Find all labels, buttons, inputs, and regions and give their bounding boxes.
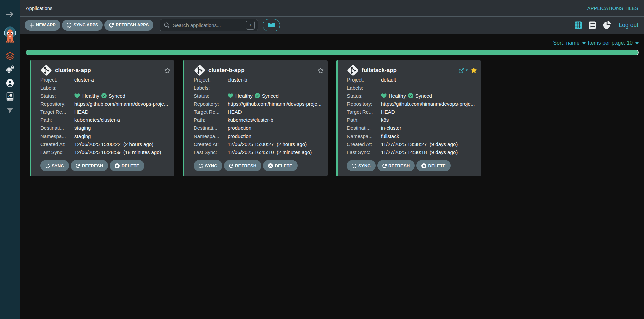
refresh-apps-button[interactable]: REFRESH APPS	[104, 20, 153, 31]
argocd-logo[interactable]	[3, 26, 17, 44]
field-label: Path:	[40, 117, 74, 123]
app-name[interactable]: fullstack-app	[362, 67, 397, 74]
field-value: production	[228, 133, 251, 139]
external-links[interactable]	[459, 68, 468, 73]
card-field-row: Labels:	[194, 84, 324, 92]
card-field-row: Path:kubernetes/cluster-b	[194, 116, 324, 124]
app-name[interactable]: cluster-a-app	[55, 67, 91, 74]
sync-app-button[interactable]: SYNC	[347, 160, 376, 171]
field-label: Project:	[194, 77, 228, 83]
sync-icon	[199, 164, 203, 168]
field-label: Labels:	[40, 85, 74, 91]
delete-app-button[interactable]: DELETE	[416, 160, 450, 171]
sidebar-item-user[interactable]	[6, 79, 14, 87]
top-bar: Applications APPLICATIONS TILES NEW APP …	[20, 0, 644, 34]
card-field-row: Created At:12/06/2025 15:00:27 (2 hours …	[194, 140, 324, 148]
new-app-button[interactable]: NEW APP	[25, 20, 60, 31]
field-label: Repository:	[40, 101, 74, 107]
sync-app-button[interactable]: SYNC	[40, 160, 69, 171]
app-name[interactable]: cluster-b-app	[208, 67, 245, 74]
field-label: Namespa...	[347, 133, 381, 139]
sort-dropdown[interactable]: Sort: name	[553, 40, 579, 46]
delete-app-button[interactable]: DELETE	[110, 160, 144, 171]
search-icon	[164, 22, 170, 28]
card-field-row: Created At:12/06/2025 15:00:22 (2 hours …	[40, 140, 171, 148]
logout-link[interactable]: Log out	[619, 22, 638, 29]
list-view-button[interactable]	[589, 21, 596, 29]
expand-sidebar-icon[interactable]	[6, 11, 14, 17]
list-utils-row: Sort: name Items per page: 10	[26, 34, 641, 50]
tiles-view-button[interactable]	[575, 21, 582, 29]
filter-icon	[7, 108, 13, 113]
card-field-row: Target Re...HEAD	[194, 108, 324, 116]
application-card[interactable]: fullstack-app Project:defaultLabels:Stat…	[336, 60, 481, 176]
sync-status: Synced	[262, 93, 279, 99]
field-label: Project:	[40, 77, 74, 83]
refresh-app-button[interactable]: REFRESH	[377, 160, 415, 171]
favorite-star-icon[interactable]	[317, 67, 324, 74]
git-icon	[40, 64, 52, 76]
card-field-row: Project:cluster-a	[40, 75, 171, 84]
health-status: Healthy	[235, 93, 253, 99]
field-value: cluster-a	[74, 77, 94, 83]
card-field-row: Last Sync:11/27/2025 14:30:18 (9 days ag…	[347, 148, 477, 156]
sidebar-item-filter[interactable]	[7, 108, 13, 113]
application-card[interactable]: cluster-a-app Project:cluster-aLabels:St…	[30, 60, 174, 176]
apps-health-summary-bar	[26, 50, 639, 55]
search-input[interactable]	[173, 22, 246, 28]
health-bar-toggle[interactable]	[263, 19, 280, 31]
field-label: Status:	[194, 93, 228, 99]
search-box[interactable]: /	[160, 19, 258, 31]
sync-app-button[interactable]: SYNC	[194, 160, 222, 171]
application-card[interactable]: cluster-b-app Project:cluster-bLabels:St…	[183, 60, 328, 176]
sync-apps-button[interactable]: SYNC APPS	[62, 20, 103, 31]
items-per-page-dropdown[interactable]: Items per page: 10	[588, 40, 633, 46]
user-icon	[6, 79, 14, 87]
field-label: Status:	[40, 93, 74, 99]
field-value: 12/06/2025 16:28:59 (18 minutes ago)	[74, 149, 161, 155]
card-field-row: Target Re...HEAD	[347, 108, 477, 116]
pie-chart-icon	[603, 21, 611, 30]
view-mode-label: APPLICATIONS TILES	[587, 6, 638, 11]
field-value: staging	[74, 133, 91, 139]
favorite-star-icon[interactable]	[164, 67, 171, 74]
health-status: Healthy	[389, 93, 406, 99]
card-field-row: Last Sync:12/06/2025 16:45:10 (2 minutes…	[194, 148, 324, 156]
layers-icon	[6, 52, 14, 61]
field-label: Namespa...	[194, 133, 228, 139]
field-value: default	[381, 77, 396, 83]
sidebar-item-applications[interactable]	[6, 52, 14, 61]
external-link-icon	[459, 68, 464, 73]
heart-healthy-icon	[228, 93, 233, 98]
summary-view-button[interactable]	[603, 21, 611, 30]
field-value: https://github.com/himanm/devops-proje..…	[228, 101, 321, 107]
field-label: Status:	[347, 93, 381, 99]
gears-icon	[6, 65, 15, 74]
field-label: Destinati...	[40, 125, 74, 131]
refresh-app-button[interactable]: REFRESH	[224, 160, 262, 171]
list-icon	[589, 21, 596, 29]
synced-check-icon	[255, 93, 260, 98]
sidebar-item-docs[interactable]: ?	[7, 92, 14, 101]
card-field-row: Namespa...production	[194, 132, 324, 140]
sidebar-item-settings[interactable]	[6, 65, 15, 74]
plus-icon	[30, 23, 34, 28]
field-label: Repository:	[347, 101, 381, 107]
caret-down-icon	[582, 42, 586, 45]
card-field-row: Project:cluster-b	[194, 75, 324, 84]
favorite-star-icon-active[interactable]	[470, 67, 477, 74]
refresh-app-button[interactable]: REFRESH	[71, 160, 108, 171]
card-field-row: Namespa...fullstack	[347, 132, 477, 140]
field-label: Created At:	[347, 141, 381, 147]
field-value: kubernetes/cluster-b	[228, 117, 273, 123]
sync-icon	[67, 23, 72, 28]
caret-down-icon	[635, 42, 639, 45]
field-label: Path:	[347, 117, 381, 123]
field-value: fullstack	[381, 133, 399, 139]
git-icon	[347, 64, 359, 76]
card-field-row: Labels:	[40, 84, 171, 92]
ruler-icon	[268, 23, 275, 27]
delete-icon	[421, 163, 426, 168]
delete-app-button[interactable]: DELETE	[263, 160, 297, 171]
field-value: staging	[74, 125, 91, 131]
